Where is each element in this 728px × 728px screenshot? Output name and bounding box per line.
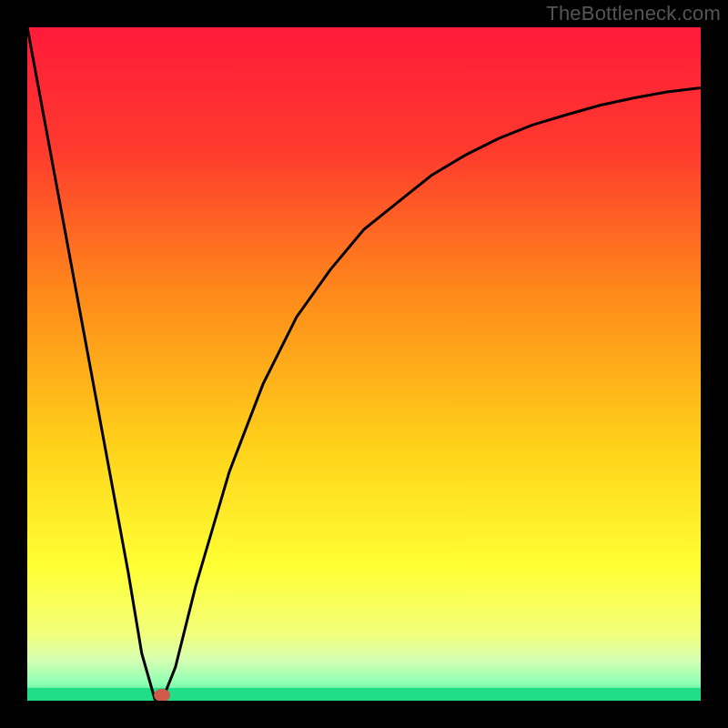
watermark-text: TheBottleneck.com	[546, 2, 721, 25]
gradient-background	[27, 27, 701, 701]
baseline-band	[27, 688, 701, 701]
chart-frame: TheBottleneck.com	[0, 0, 728, 728]
chart-svg	[27, 27, 701, 701]
plot-area	[27, 27, 701, 701]
